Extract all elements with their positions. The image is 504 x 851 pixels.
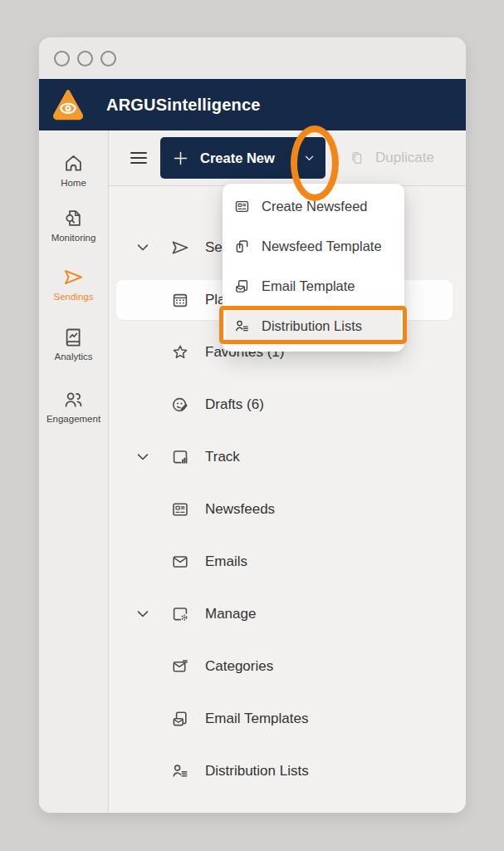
plus-icon xyxy=(172,150,189,167)
nav-rail-item-analytics[interactable]: Analytics xyxy=(54,326,92,362)
create-new-dropdown-menu: Create Newsfeed Newsfeed Template Email … xyxy=(223,184,404,352)
send-icon xyxy=(62,266,85,288)
monitoring-icon xyxy=(62,207,85,229)
argus-logo-icon xyxy=(51,88,85,121)
tree-item-drafts[interactable]: Drafts (6) xyxy=(116,385,453,425)
calendar-icon xyxy=(170,290,190,310)
create-new-label: Create New xyxy=(200,150,303,166)
chevron-down-icon[interactable] xyxy=(135,449,151,465)
chevron-down-icon[interactable] xyxy=(303,152,316,165)
manage-icon xyxy=(170,604,190,624)
newsfeed-template-icon xyxy=(233,238,251,255)
drafts-icon xyxy=(170,395,190,415)
analytics-icon xyxy=(62,326,85,348)
nav-rail-label: Monitoring xyxy=(51,233,96,243)
duplicate-button[interactable]: Duplicate xyxy=(349,150,434,166)
toolbar: Create New Duplicate xyxy=(109,130,466,186)
tree-item-emails[interactable]: Emails xyxy=(116,542,453,582)
distribution-lists-icon xyxy=(170,761,190,781)
menu-item-newsfeed-template[interactable]: Newsfeed Template xyxy=(223,226,404,266)
engagement-icon xyxy=(62,388,85,411)
hamburger-menu-icon[interactable] xyxy=(126,148,151,168)
nav-rail-item-engagement[interactable]: Engagement xyxy=(46,388,100,424)
tree-item-distribution-lists[interactable]: Distribution Lists xyxy=(116,751,453,791)
tree-item-email-templates[interactable]: Email Templates xyxy=(116,699,453,739)
chevron-down-icon[interactable] xyxy=(135,239,151,256)
desktop-background: ARGUSintelligence Home Monitoring Sendin… xyxy=(0,0,504,851)
star-icon xyxy=(170,342,190,362)
tree-item-track[interactable]: Track xyxy=(116,437,453,477)
nav-rail-item-home[interactable]: Home xyxy=(61,152,86,188)
send-icon xyxy=(170,238,190,258)
menu-item-create-newsfeed[interactable]: Create Newsfeed xyxy=(223,186,404,226)
newsfeed-icon xyxy=(233,198,251,215)
menu-item-distribution-lists[interactable]: Distribution Lists xyxy=(226,306,401,346)
email-icon xyxy=(170,552,190,572)
chevron-down-icon[interactable] xyxy=(135,606,151,622)
duplicate-label: Duplicate xyxy=(375,150,434,166)
nav-rail: Home Monitoring Sendings Analytics Engag… xyxy=(39,130,109,813)
app-title: ARGUSintelligence xyxy=(106,96,261,115)
email-template-icon xyxy=(233,278,251,295)
tree-item-categories[interactable]: Categories xyxy=(116,647,453,686)
newsfeed-icon xyxy=(170,499,190,519)
window-titlebar xyxy=(39,37,466,79)
nav-rail-item-monitoring[interactable]: Monitoring xyxy=(51,207,96,243)
tree-item-newsfeeds[interactable]: Newsfeeds xyxy=(116,489,453,529)
traffic-light-zoom-button[interactable] xyxy=(100,51,116,66)
home-icon xyxy=(62,152,85,175)
tree-item-manage[interactable]: Manage xyxy=(116,594,453,634)
app-header: ARGUSintelligence xyxy=(39,79,466,130)
email-template-icon xyxy=(170,709,190,729)
track-icon xyxy=(170,447,190,467)
copy-icon xyxy=(349,150,365,166)
traffic-light-close-button[interactable] xyxy=(54,51,70,66)
create-new-button[interactable]: Create New xyxy=(160,137,325,179)
distribution-lists-icon xyxy=(233,317,251,335)
traffic-light-minimize-button[interactable] xyxy=(77,51,93,66)
categories-icon xyxy=(170,657,190,676)
nav-rail-label: Engagement xyxy=(46,414,100,424)
nav-rail-item-sendings[interactable]: Sendings xyxy=(54,266,94,302)
nav-rail-label: Analytics xyxy=(54,352,92,362)
app-window: ARGUSintelligence Home Monitoring Sendin… xyxy=(39,37,466,813)
nav-rail-label: Home xyxy=(61,178,86,188)
nav-rail-label: Sendings xyxy=(54,292,94,302)
menu-item-email-template[interactable]: Email Template xyxy=(223,266,404,306)
